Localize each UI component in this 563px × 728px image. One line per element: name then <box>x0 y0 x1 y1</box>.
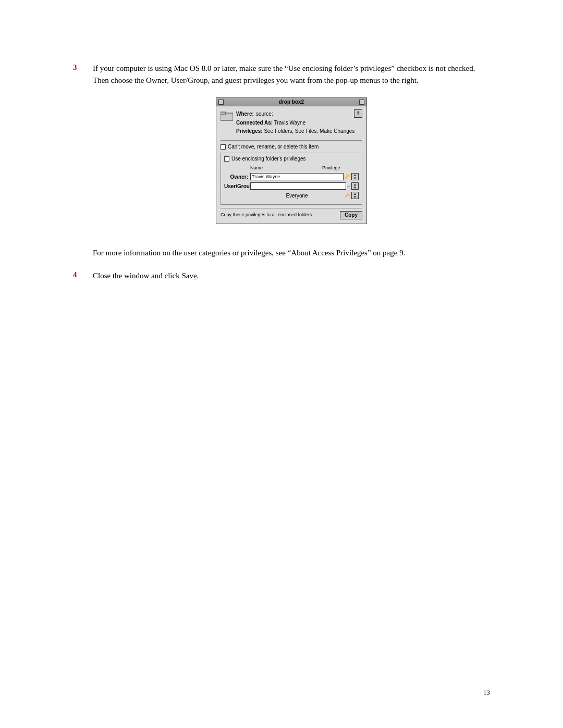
info-paragraph: For more information on the user categor… <box>93 247 490 259</box>
connected-label: Connected As: <box>236 120 273 126</box>
where-label: Where: <box>236 110 254 118</box>
owner-row: Owner: 🔑 ▲ ▼ <box>224 173 359 181</box>
enclosing-section: Use enclosing folder's privileges Name P… <box>221 153 362 205</box>
copy-button[interactable]: Copy <box>340 211 362 219</box>
owner-stepper-down[interactable]: ▼ <box>352 177 358 180</box>
zoom-box-icon[interactable] <box>359 100 364 105</box>
everyone-row: Everyone 🔑 ▲ ▼ <box>224 192 359 200</box>
info-section: Where: source: ? Connected As: Travis Wa… <box>236 109 362 138</box>
owner-label: Owner: <box>224 173 250 181</box>
dialog-title: drop box2 <box>279 98 304 106</box>
bottom-bar: Copy these privileges to all enclosed fo… <box>221 208 362 219</box>
where-info-row: Where: source: ? <box>236 109 362 118</box>
everyone-stepper[interactable]: ▲ ▼ <box>351 192 359 199</box>
user-group-dash: -- <box>347 183 350 189</box>
folder-icon <box>221 110 233 121</box>
page: 3 If your computer is using Mac OS 8.0 o… <box>0 0 563 335</box>
connected-row: Connected As: Travis Wayne <box>236 119 362 127</box>
where-row: Where: source: ? Connected As: Travis Wa… <box>221 109 362 138</box>
step-4-text: Close the window and click Save. <box>93 270 199 282</box>
info-text: For more information on the user categor… <box>93 249 405 257</box>
svg-rect-1 <box>221 112 226 114</box>
question-button[interactable]: ? <box>354 109 362 118</box>
user-group-row: User/Group: -- ▲ ▼ <box>224 182 359 190</box>
enclosing-label-row: Use enclosing folder's privileges <box>224 155 359 163</box>
privileges-row: Privileges: See Folders, See Files, Make… <box>236 127 362 135</box>
privileges-label: Privileges: <box>236 128 263 134</box>
page-number: 13 <box>483 688 490 697</box>
step-3-number: 3 <box>73 63 83 236</box>
user-group-stepper[interactable]: ▲ ▼ <box>351 182 359 190</box>
close-box-icon[interactable] <box>218 100 224 105</box>
dialog-window: drop box2 <box>216 97 367 224</box>
cant-move-row: Can't move, rename, or delete this item <box>221 143 362 151</box>
step-3-content: If your computer is using Mac OS 8.0 or … <box>93 64 475 84</box>
priv-header-row: Name Privilege <box>224 165 359 172</box>
user-group-name-input[interactable] <box>250 182 346 190</box>
dialog-body: Where: source: ? Connected As: Travis Wa… <box>216 106 366 224</box>
where-value: source: <box>256 110 273 118</box>
step-4-number: 4 <box>73 270 83 282</box>
step-4-block: 4 Close the window and click Save. <box>73 270 490 282</box>
everyone-priv-icon: 🔑 <box>345 192 350 199</box>
cant-move-label: Can't move, rename, or delete this item <box>228 143 319 151</box>
user-group-stepper-down[interactable]: ▼ <box>352 186 358 189</box>
dialog-titlebar: drop box2 <box>216 98 366 106</box>
dialog-wrapper: drop box2 <box>93 97 490 224</box>
owner-name-input[interactable] <box>250 173 344 180</box>
owner-stepper[interactable]: ▲ ▼ <box>351 173 359 180</box>
privileges-value: See Folders, See Files, Make Changes <box>264 128 354 134</box>
everyone-stepper-down[interactable]: ▼ <box>352 195 358 199</box>
cant-move-checkbox[interactable] <box>221 144 226 150</box>
user-group-label: User/Group: <box>224 182 250 190</box>
everyone-label: Everyone <box>250 192 344 200</box>
name-col-header: Name <box>250 165 322 172</box>
use-enclosing-checkbox[interactable] <box>224 156 229 162</box>
use-enclosing-label: Use enclosing folder's privileges <box>231 155 306 163</box>
step-3-block: 3 If your computer is using Mac OS 8.0 o… <box>73 63 490 236</box>
owner-priv-icon: 🔑 <box>345 174 350 180</box>
step-3-text: If your computer is using Mac OS 8.0 or … <box>93 63 490 236</box>
copy-label: Copy these privileges to all enclosed fo… <box>221 212 312 219</box>
separator-1 <box>221 140 362 141</box>
step-4-save-bold: e <box>193 272 197 280</box>
connected-value: Travis Wayne <box>274 120 305 126</box>
priv-col-header: Privilege <box>322 165 359 172</box>
